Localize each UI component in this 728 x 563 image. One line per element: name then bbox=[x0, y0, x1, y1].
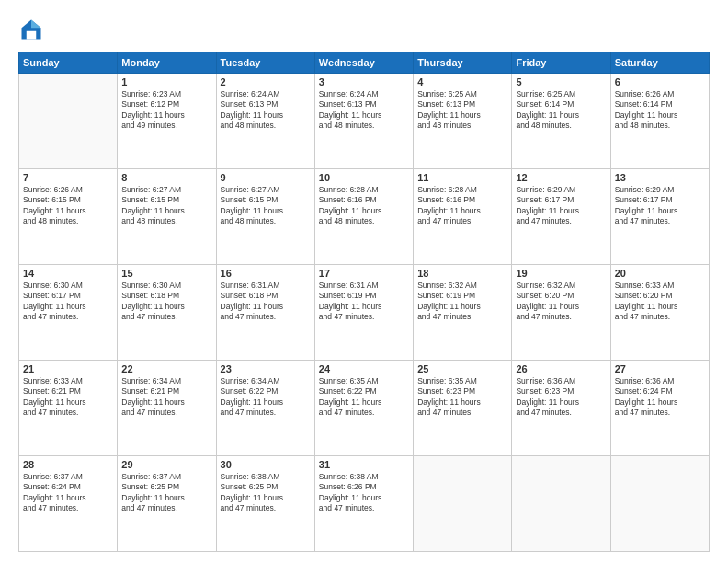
calendar-cell: 2Sunrise: 6:24 AM Sunset: 6:13 PM Daylig… bbox=[216, 74, 314, 169]
calendar-cell: 6Sunrise: 6:26 AM Sunset: 6:14 PM Daylig… bbox=[610, 74, 709, 169]
day-info: Sunrise: 6:32 AM Sunset: 6:19 PM Dayligh… bbox=[417, 281, 507, 323]
calendar-cell bbox=[610, 456, 709, 552]
day-info: Sunrise: 6:35 AM Sunset: 6:22 PM Dayligh… bbox=[319, 376, 409, 419]
calendar-cell: 3Sunrise: 6:24 AM Sunset: 6:13 PM Daylig… bbox=[314, 74, 413, 169]
day-number: 16 bbox=[221, 268, 311, 279]
page: SundayMondayTuesdayWednesdayThursdayFrid… bbox=[0, 0, 728, 563]
calendar-cell: 23Sunrise: 6:34 AM Sunset: 6:22 PM Dayli… bbox=[216, 361, 314, 456]
calendar-cell bbox=[512, 456, 610, 552]
calendar-table: SundayMondayTuesdayWednesdayThursdayFrid… bbox=[18, 52, 710, 552]
day-info: Sunrise: 6:37 AM Sunset: 6:25 PM Dayligh… bbox=[121, 472, 211, 514]
day-number: 6 bbox=[615, 76, 705, 87]
day-number: 21 bbox=[23, 363, 113, 374]
svg-marker-1 bbox=[31, 20, 41, 29]
day-number: 25 bbox=[417, 363, 507, 374]
calendar-cell: 8Sunrise: 6:27 AM Sunset: 6:15 PM Daylig… bbox=[118, 169, 216, 265]
day-info: Sunrise: 6:31 AM Sunset: 6:19 PM Dayligh… bbox=[319, 281, 409, 323]
logo bbox=[18, 17, 48, 42]
day-info: Sunrise: 6:26 AM Sunset: 6:14 PM Dayligh… bbox=[615, 89, 705, 132]
day-info: Sunrise: 6:25 AM Sunset: 6:13 PM Dayligh… bbox=[417, 89, 507, 132]
day-number: 5 bbox=[516, 76, 606, 87]
day-number: 8 bbox=[121, 172, 211, 183]
logo-icon bbox=[18, 17, 44, 42]
day-info: Sunrise: 6:33 AM Sunset: 6:20 PM Dayligh… bbox=[615, 281, 705, 323]
day-info: Sunrise: 6:23 AM Sunset: 6:12 PM Dayligh… bbox=[121, 89, 211, 132]
calendar-cell: 9Sunrise: 6:27 AM Sunset: 6:15 PM Daylig… bbox=[216, 169, 314, 265]
calendar-cell: 13Sunrise: 6:29 AM Sunset: 6:17 PM Dayli… bbox=[610, 169, 709, 265]
calendar-cell: 17Sunrise: 6:31 AM Sunset: 6:19 PM Dayli… bbox=[314, 265, 413, 361]
svg-rect-2 bbox=[27, 31, 37, 40]
day-number: 11 bbox=[417, 172, 507, 183]
day-info: Sunrise: 6:27 AM Sunset: 6:15 PM Dayligh… bbox=[221, 185, 311, 227]
day-number: 22 bbox=[121, 363, 211, 374]
day-number: 2 bbox=[221, 76, 311, 87]
day-info: Sunrise: 6:34 AM Sunset: 6:21 PM Dayligh… bbox=[121, 376, 211, 419]
day-number: 14 bbox=[23, 268, 113, 279]
day-info: Sunrise: 6:29 AM Sunset: 6:17 PM Dayligh… bbox=[516, 185, 606, 227]
day-info: Sunrise: 6:28 AM Sunset: 6:16 PM Dayligh… bbox=[417, 185, 507, 227]
calendar-cell: 15Sunrise: 6:30 AM Sunset: 6:18 PM Dayli… bbox=[118, 265, 216, 361]
day-number: 7 bbox=[23, 172, 113, 183]
calendar-header-thursday: Thursday bbox=[414, 52, 512, 74]
day-info: Sunrise: 6:28 AM Sunset: 6:16 PM Dayligh… bbox=[319, 185, 409, 227]
day-info: Sunrise: 6:29 AM Sunset: 6:17 PM Dayligh… bbox=[615, 185, 705, 227]
day-info: Sunrise: 6:36 AM Sunset: 6:23 PM Dayligh… bbox=[516, 376, 606, 419]
day-number: 10 bbox=[319, 172, 409, 183]
day-info: Sunrise: 6:32 AM Sunset: 6:20 PM Dayligh… bbox=[516, 281, 606, 323]
calendar-cell: 20Sunrise: 6:33 AM Sunset: 6:20 PM Dayli… bbox=[610, 265, 709, 361]
header bbox=[18, 17, 710, 42]
day-number: 27 bbox=[615, 363, 705, 374]
calendar-week-row: 14Sunrise: 6:30 AM Sunset: 6:17 PM Dayli… bbox=[19, 265, 710, 361]
calendar-week-row: 28Sunrise: 6:37 AM Sunset: 6:24 PM Dayli… bbox=[19, 456, 710, 552]
day-number: 31 bbox=[319, 459, 409, 470]
day-info: Sunrise: 6:33 AM Sunset: 6:21 PM Dayligh… bbox=[23, 376, 113, 419]
calendar-cell: 21Sunrise: 6:33 AM Sunset: 6:21 PM Dayli… bbox=[19, 361, 118, 456]
calendar-header-friday: Friday bbox=[512, 52, 610, 74]
calendar-cell: 5Sunrise: 6:25 AM Sunset: 6:14 PM Daylig… bbox=[512, 74, 610, 169]
calendar-cell: 28Sunrise: 6:37 AM Sunset: 6:24 PM Dayli… bbox=[19, 456, 118, 552]
calendar-header-sunday: Sunday bbox=[19, 52, 118, 74]
day-number: 17 bbox=[319, 268, 409, 279]
calendar-week-row: 21Sunrise: 6:33 AM Sunset: 6:21 PM Dayli… bbox=[19, 361, 710, 456]
day-info: Sunrise: 6:36 AM Sunset: 6:24 PM Dayligh… bbox=[615, 376, 705, 419]
day-number: 12 bbox=[516, 172, 606, 183]
calendar-cell: 19Sunrise: 6:32 AM Sunset: 6:20 PM Dayli… bbox=[512, 265, 610, 361]
calendar-cell: 10Sunrise: 6:28 AM Sunset: 6:16 PM Dayli… bbox=[314, 169, 413, 265]
calendar-cell: 7Sunrise: 6:26 AM Sunset: 6:15 PM Daylig… bbox=[19, 169, 118, 265]
day-number: 28 bbox=[23, 459, 113, 470]
day-info: Sunrise: 6:25 AM Sunset: 6:14 PM Dayligh… bbox=[516, 89, 606, 132]
day-info: Sunrise: 6:27 AM Sunset: 6:15 PM Dayligh… bbox=[121, 185, 211, 227]
calendar-cell: 25Sunrise: 6:35 AM Sunset: 6:23 PM Dayli… bbox=[414, 361, 512, 456]
day-info: Sunrise: 6:34 AM Sunset: 6:22 PM Dayligh… bbox=[221, 376, 311, 419]
calendar-header-row: SundayMondayTuesdayWednesdayThursdayFrid… bbox=[19, 52, 710, 74]
day-info: Sunrise: 6:24 AM Sunset: 6:13 PM Dayligh… bbox=[319, 89, 409, 132]
calendar-week-row: 1Sunrise: 6:23 AM Sunset: 6:12 PM Daylig… bbox=[19, 74, 710, 169]
day-number: 19 bbox=[516, 268, 606, 279]
day-number: 26 bbox=[516, 363, 606, 374]
calendar-header-wednesday: Wednesday bbox=[314, 52, 413, 74]
calendar-cell: 29Sunrise: 6:37 AM Sunset: 6:25 PM Dayli… bbox=[118, 456, 216, 552]
calendar-cell: 22Sunrise: 6:34 AM Sunset: 6:21 PM Dayli… bbox=[118, 361, 216, 456]
day-info: Sunrise: 6:30 AM Sunset: 6:17 PM Dayligh… bbox=[23, 281, 113, 323]
calendar-header-saturday: Saturday bbox=[610, 52, 709, 74]
day-number: 3 bbox=[319, 76, 409, 87]
day-info: Sunrise: 6:35 AM Sunset: 6:23 PM Dayligh… bbox=[417, 376, 507, 419]
day-number: 13 bbox=[615, 172, 705, 183]
calendar-week-row: 7Sunrise: 6:26 AM Sunset: 6:15 PM Daylig… bbox=[19, 169, 710, 265]
day-number: 23 bbox=[221, 363, 311, 374]
calendar-cell: 1Sunrise: 6:23 AM Sunset: 6:12 PM Daylig… bbox=[118, 74, 216, 169]
calendar-cell: 11Sunrise: 6:28 AM Sunset: 6:16 PM Dayli… bbox=[414, 169, 512, 265]
day-info: Sunrise: 6:37 AM Sunset: 6:24 PM Dayligh… bbox=[23, 472, 113, 514]
calendar-cell: 26Sunrise: 6:36 AM Sunset: 6:23 PM Dayli… bbox=[512, 361, 610, 456]
calendar-cell: 30Sunrise: 6:38 AM Sunset: 6:25 PM Dayli… bbox=[216, 456, 314, 552]
calendar-cell: 12Sunrise: 6:29 AM Sunset: 6:17 PM Dayli… bbox=[512, 169, 610, 265]
calendar-cell: 27Sunrise: 6:36 AM Sunset: 6:24 PM Dayli… bbox=[610, 361, 709, 456]
calendar-cell: 24Sunrise: 6:35 AM Sunset: 6:22 PM Dayli… bbox=[314, 361, 413, 456]
day-number: 24 bbox=[319, 363, 409, 374]
day-info: Sunrise: 6:38 AM Sunset: 6:26 PM Dayligh… bbox=[319, 472, 409, 514]
day-number: 1 bbox=[121, 76, 211, 87]
day-number: 4 bbox=[417, 76, 507, 87]
calendar-header-tuesday: Tuesday bbox=[216, 52, 314, 74]
calendar-cell bbox=[414, 456, 512, 552]
calendar-header-monday: Monday bbox=[118, 52, 216, 74]
